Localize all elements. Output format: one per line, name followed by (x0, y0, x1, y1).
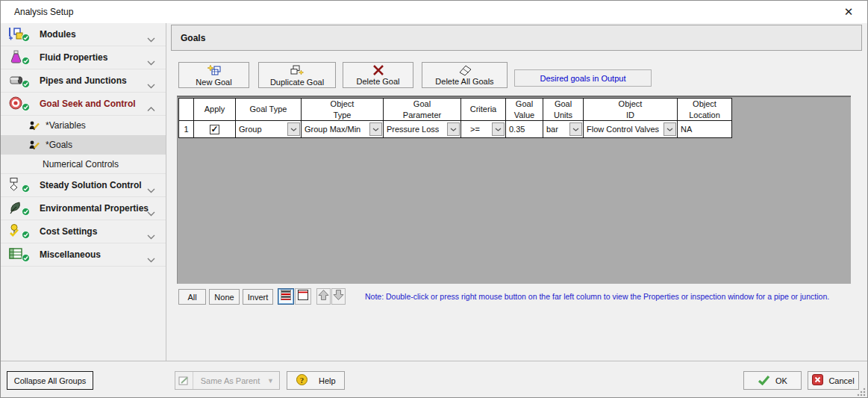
goal-units-dropdown[interactable] (569, 122, 582, 136)
svg-text:?: ? (300, 376, 305, 385)
column-header-goal-units: Goal Units (543, 99, 584, 121)
object-type-cell: Group Max/Min (302, 121, 384, 137)
sidebar-item-label: Pipes and Junctions (40, 75, 127, 86)
column-header-object-location: Object Location (678, 99, 731, 121)
sidebar-item-goals[interactable]: *Goals (1, 135, 166, 155)
column-header-criteria: Criteria (461, 99, 506, 121)
column-header-goal-value: Goal Value (506, 99, 543, 121)
check-badge-icon (22, 205, 30, 219)
button-label: New Goal (196, 78, 231, 87)
help-label: Help (319, 376, 336, 385)
chevron-down-icon (147, 55, 155, 69)
column-header-goal-type: Goal Type (236, 99, 302, 121)
duplicate-goal-button[interactable]: Duplicate Goal (258, 62, 336, 88)
sidebar-item-fluid-properties[interactable]: Fluid Properties (1, 46, 166, 69)
leaf-icon (8, 200, 28, 217)
column-header-apply: Apply (194, 99, 236, 121)
chevron-down-icon (147, 32, 155, 46)
collapse-all-groups-button[interactable]: Collapse All Groups (7, 371, 93, 390)
object-location-cell: NA (678, 121, 731, 137)
title-bar: Analysis Setup ✕ (1, 1, 867, 23)
chevron-down-icon (147, 252, 155, 266)
goal-value: 0.35 (509, 125, 525, 134)
object-type-value: Group Max/Min (302, 125, 360, 134)
close-icon: ✕ (844, 5, 854, 19)
criteria-dropdown[interactable] (492, 122, 505, 136)
goal-parameter-value: Pressure Loss (384, 125, 439, 134)
goal-units-value: bar (543, 125, 558, 134)
cancel-x-icon (812, 374, 823, 387)
row-style-top-button[interactable] (295, 288, 311, 305)
same-as-parent-dropdown[interactable]: Same As Parent ▼ (175, 371, 280, 390)
sidebar-item-label: Goal Seek and Control (40, 99, 136, 109)
sidebar-item-pipes-and-junctions[interactable]: Pipes and Junctions (1, 69, 166, 93)
apply-cell: ✓ (194, 121, 236, 137)
check-badge-icon (22, 252, 30, 265)
select-all-button[interactable]: All (178, 289, 206, 305)
sidebar-item-steady-solution-control[interactable]: Steady Solution Control (1, 174, 166, 197)
delete-all-goals-button[interactable]: Delete All Goals (422, 62, 508, 88)
goal-edit-icon (29, 140, 41, 150)
invert-selection-button[interactable]: Invert (243, 289, 273, 305)
check-badge-icon (22, 31, 30, 45)
new-goal-button[interactable]: New Goal (178, 62, 249, 88)
cost-pin-icon (8, 223, 28, 240)
sidebar-item-label: *Variables (46, 120, 86, 131)
goal-units-cell: bar (543, 121, 584, 137)
goal-type-value: Group (236, 125, 262, 134)
sidebar: Modules Fluid Properties Pipes and Junct… (1, 23, 166, 361)
sidebar-item-cost-settings[interactable]: Cost Settings (1, 220, 166, 243)
object-location-value: NA (681, 125, 692, 134)
sidebar-item-environmental-properties[interactable]: Environmental Properties (1, 197, 166, 220)
sidebar-item-goal-seek-and-control[interactable]: Goal Seek and Control (1, 93, 166, 116)
sidebar-item-label: Steady Solution Control (40, 180, 142, 190)
criteria-value: >= (461, 125, 480, 134)
caret-down-icon: ▼ (267, 377, 279, 385)
sidebar-item-label: Modules (40, 29, 76, 40)
object-type-dropdown[interactable] (369, 122, 382, 136)
move-up-button[interactable] (316, 288, 331, 305)
footer-bar: Collapse All Groups Same As Parent ▼ ? H… (1, 361, 867, 398)
help-button[interactable]: ? Help (287, 371, 345, 390)
arrow-up-icon (318, 289, 329, 304)
select-none-button[interactable]: None (209, 289, 240, 305)
close-button[interactable]: ✕ (839, 4, 858, 20)
move-down-button[interactable] (331, 288, 346, 305)
sidebar-item-label: *Goals (46, 140, 72, 150)
duplicate-goal-icon (289, 64, 305, 77)
object-id-dropdown[interactable] (664, 122, 676, 136)
delete-goal-button[interactable]: Delete Goal (343, 62, 413, 88)
modules-icon (8, 26, 28, 43)
desired-goals-in-output-link[interactable]: Desired goals in Output (514, 69, 652, 87)
sidebar-item-label: Numerical Controls (43, 159, 119, 170)
goal-parameter-cell: Pressure Loss (384, 121, 461, 137)
chevron-down-icon (147, 206, 155, 220)
flask-icon (8, 49, 28, 66)
chevron-down-icon (147, 78, 155, 92)
goal-value-cell[interactable]: 0.35 (506, 121, 543, 137)
check-badge-icon (22, 55, 30, 68)
sidebar-item-label: Environmental Properties (40, 203, 149, 214)
goal-parameter-dropdown[interactable] (447, 122, 460, 136)
sidebar-item-variables[interactable]: *Variables (1, 116, 166, 135)
goal-type-dropdown[interactable] (287, 122, 300, 136)
apply-checkbox[interactable]: ✓ (210, 125, 219, 134)
analysis-setup-dialog: Analysis Setup ✕ Modules Fluid Properti (0, 0, 868, 398)
check-badge-icon (22, 182, 30, 196)
row-style-all-button[interactable] (278, 288, 294, 305)
sidebar-item-modules[interactable]: Modules (1, 23, 166, 46)
criteria-cell: >= (461, 121, 506, 137)
sidebar-item-label: Cost Settings (40, 226, 97, 237)
goals-section-header: Goals (171, 25, 862, 51)
resize-grip[interactable] (857, 388, 866, 397)
column-header-rownum (179, 99, 194, 121)
new-goal-icon (206, 64, 222, 77)
sidebar-item-numerical-controls[interactable]: Numerical Controls (1, 155, 166, 174)
cancel-button[interactable]: Cancel (808, 371, 859, 390)
sidebar-item-miscellaneous[interactable]: Miscellaneous (1, 243, 166, 267)
button-label: Delete Goal (356, 77, 399, 86)
ok-check-icon (758, 375, 770, 387)
row-number-cell[interactable]: 1 (179, 121, 194, 137)
ok-button[interactable]: OK (743, 371, 802, 390)
delete-goal-icon (372, 64, 385, 76)
